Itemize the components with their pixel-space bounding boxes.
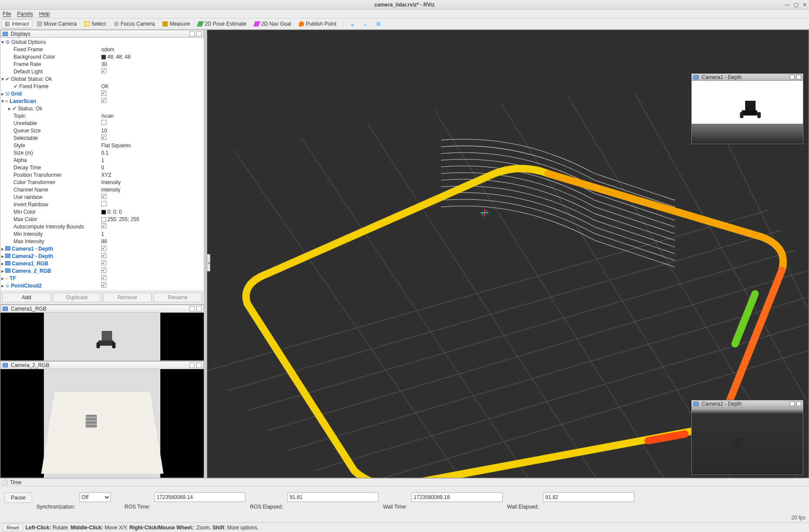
tool-plus[interactable]: ＋ xyxy=(347,20,358,28)
wall-time-input[interactable] xyxy=(411,492,503,502)
pointcloud2-display[interactable]: PointCloud2 xyxy=(11,283,42,289)
global-options[interactable]: Global Options xyxy=(11,39,46,45)
postrans-val[interactable]: XYZ xyxy=(100,172,204,179)
fixed-frame-status-key[interactable]: Fixed Frame xyxy=(19,83,48,89)
camera2-rgb-display[interactable]: Camera_2_RGB xyxy=(12,268,51,274)
mincolor-key[interactable]: Min Color xyxy=(13,209,36,215)
size-val[interactable]: 0.1 xyxy=(100,149,204,157)
menu-panels[interactable]: Panels xyxy=(17,11,33,17)
wall-elapsed-input[interactable] xyxy=(543,492,634,502)
3d-viewport[interactable]: ◂ xyxy=(207,30,809,478)
bgcolor-key[interactable]: Background Color xyxy=(13,54,55,60)
camera2-rgb-image[interactable] xyxy=(44,369,160,478)
selectable-key[interactable]: Selectable xyxy=(13,135,38,141)
camera1-rgb-image[interactable] xyxy=(44,313,160,360)
decay-key[interactable]: Decay Time xyxy=(13,165,41,171)
default-light-checkbox[interactable] xyxy=(101,68,106,73)
invert-rainbow-checkbox[interactable] xyxy=(101,201,106,206)
close-icon[interactable]: ✕ xyxy=(802,2,807,7)
autoint-checkbox[interactable] xyxy=(101,223,106,228)
autoint-key[interactable]: Autocompute Intensity Bounds xyxy=(13,224,84,230)
rainbow-key[interactable]: Use rainbow xyxy=(13,194,43,200)
duplicate-button[interactable]: Duplicate xyxy=(53,293,101,302)
tool-measure[interactable]: Measure xyxy=(159,20,193,28)
camera1-rgb-title[interactable]: Camera1_RGB xyxy=(0,305,204,313)
fixed-frame-val[interactable]: odom xyxy=(100,46,204,53)
coltrans-key[interactable]: Color Transformer xyxy=(13,179,56,185)
alpha-key[interactable]: Alpha xyxy=(13,157,27,163)
tool-eye[interactable] xyxy=(373,20,384,28)
ros-elapsed-input[interactable] xyxy=(287,492,378,502)
float-icon[interactable] xyxy=(189,31,195,36)
sync-select[interactable]: Off xyxy=(80,492,111,502)
maxcolor-key[interactable]: Max Color xyxy=(13,216,37,222)
invert-rainbow-key[interactable]: Invert Rainbow xyxy=(13,202,48,208)
close-panel-icon[interactable] xyxy=(196,306,202,311)
default-light-key[interactable]: Default Light xyxy=(13,69,43,75)
grid-display[interactable]: Grid xyxy=(11,91,22,97)
camera2-depth-image[interactable] xyxy=(692,407,803,475)
pause-button[interactable]: Pause xyxy=(4,492,32,503)
tool-2d-pose[interactable]: 2D Pose Estimate xyxy=(195,20,249,28)
close-panel-icon[interactable] xyxy=(796,401,801,406)
tf-display[interactable]: TF xyxy=(10,275,16,281)
pointcloud2-checkbox[interactable] xyxy=(101,282,106,287)
laserscan-display[interactable]: LaserScan xyxy=(10,98,36,104)
reset-button[interactable]: Reset xyxy=(3,524,23,532)
camera1-rgb-display[interactable]: Camera1_RGB xyxy=(12,261,48,267)
close-panel-icon[interactable] xyxy=(196,31,202,36)
displays-title[interactable]: Displays xyxy=(0,30,204,38)
style-val[interactable]: Flat Squares xyxy=(100,142,204,149)
tool-publish-point[interactable]: Publish Point xyxy=(296,20,339,28)
close-panel-icon[interactable] xyxy=(796,75,801,79)
selectable-checkbox[interactable] xyxy=(101,135,106,140)
bgcolor-val[interactable]: 48; 48; 48 xyxy=(107,54,130,60)
size-key[interactable]: Size (m) xyxy=(13,150,33,156)
camera2-rgb-title[interactable]: Camera_2_RGB xyxy=(0,361,204,369)
tool-focus[interactable]: Focus Camera xyxy=(111,20,158,28)
maximize-icon[interactable]: ▢ xyxy=(793,2,799,7)
mincolor-val[interactable]: 0; 0; 0 xyxy=(107,209,122,215)
topic-key[interactable]: Topic xyxy=(13,113,26,119)
unreliable-key[interactable]: Unreliable xyxy=(13,120,37,126)
tool-interact[interactable]: Interact xyxy=(2,20,32,28)
add-button[interactable]: Add xyxy=(2,293,51,302)
fixed-frame-key[interactable]: Fixed Frame xyxy=(13,46,43,53)
alpha-val[interactable]: 1 xyxy=(100,157,204,164)
rename-button[interactable]: Rename xyxy=(153,293,202,302)
tool-minus[interactable]: － xyxy=(360,20,371,28)
camera1-rgb-checkbox[interactable] xyxy=(101,260,106,265)
maxcolor-val[interactable]: 255; 255; 255 xyxy=(107,216,139,222)
camera1-depth-display[interactable]: Camera1 - Depth xyxy=(12,246,53,252)
laserscan-status[interactable]: Status: Ok xyxy=(18,106,42,112)
maxint-val[interactable]: 86 xyxy=(100,238,204,245)
minimize-icon[interactable]: — xyxy=(785,2,790,7)
queue-key[interactable]: Queue Size xyxy=(13,128,41,134)
remove-button[interactable]: Remove xyxy=(103,293,152,302)
float-icon[interactable] xyxy=(790,75,795,79)
minint-key[interactable]: Min Intensity xyxy=(13,231,43,237)
grid-enable-checkbox[interactable] xyxy=(101,90,106,96)
camera2-depth-checkbox[interactable] xyxy=(101,253,106,258)
queue-val[interactable]: 10 xyxy=(100,127,204,135)
style-key[interactable]: Style xyxy=(13,142,25,149)
camera2-depth-float[interactable]: Camera2 - Depth xyxy=(691,400,803,475)
tool-move-camera[interactable]: Move Camera xyxy=(34,20,80,28)
decay-val[interactable]: 0 xyxy=(100,164,204,172)
coltrans-val[interactable]: Intensity xyxy=(100,179,204,186)
camera1-depth-image[interactable] xyxy=(692,81,803,144)
minint-val[interactable]: 1 xyxy=(100,231,204,238)
postrans-key[interactable]: Position Transformer xyxy=(13,172,62,178)
menu-help[interactable]: Help xyxy=(39,11,50,17)
maxint-key[interactable]: Max Intensity xyxy=(13,238,44,245)
camera2-depth-display[interactable]: Camera2 - Depth xyxy=(12,253,53,259)
framerate-val[interactable]: 30 xyxy=(100,61,204,68)
displays-tree[interactable]: ▾⚙ Global Options Fixed Frameodom Backgr… xyxy=(0,38,204,291)
framerate-key[interactable]: Frame Rate xyxy=(13,61,41,67)
close-panel-icon[interactable] xyxy=(196,363,202,368)
laserscan-enable-checkbox[interactable] xyxy=(101,98,106,103)
tool-2d-nav[interactable]: 2D Nav Goal xyxy=(251,20,294,28)
float-icon[interactable] xyxy=(189,306,195,311)
ros-time-input[interactable] xyxy=(154,492,245,502)
tf-checkbox[interactable] xyxy=(101,275,106,280)
